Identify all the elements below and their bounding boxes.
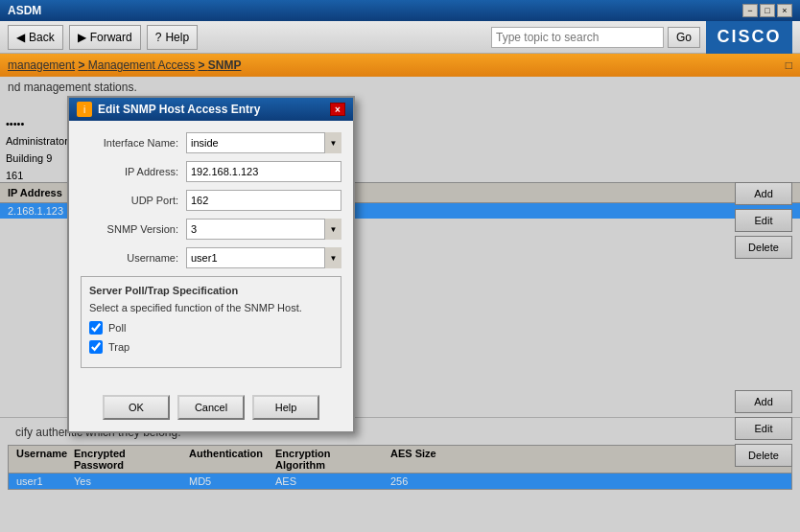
dialog-title-bar: i Edit SNMP Host Access Entry × bbox=[69, 98, 353, 121]
search-input[interactable] bbox=[491, 27, 664, 48]
forward-label: Forward bbox=[90, 31, 132, 44]
username-select-wrapper: user1 ▼ bbox=[186, 247, 341, 268]
interface-name-row: Interface Name: inside ▼ bbox=[81, 132, 341, 153]
breadcrumb-management[interactable]: management bbox=[8, 58, 75, 72]
snmp-version-select-wrapper: 3 1 2c ▼ bbox=[186, 219, 341, 240]
username-label: Username: bbox=[81, 252, 186, 264]
cisco-logo: CISCO bbox=[706, 21, 792, 54]
search-area: Go bbox=[491, 27, 700, 48]
cancel-button[interactable]: Cancel bbox=[177, 395, 245, 420]
dialog-title: Edit SNMP Host Access Entry bbox=[98, 103, 260, 116]
forward-button[interactable]: ▶ Forward bbox=[69, 25, 141, 50]
group-title: Server Poll/Trap Specification bbox=[89, 285, 333, 296]
toolbar: ◀ Back ▶ Forward ? Help Go CISCO bbox=[0, 21, 800, 54]
snmp-version-row: SNMP Version: 3 1 2c ▼ bbox=[81, 219, 341, 240]
dialog-help-button[interactable]: Help bbox=[252, 395, 319, 420]
breadcrumb-snmp: SNMP bbox=[208, 58, 242, 72]
ip-address-input[interactable] bbox=[186, 161, 341, 182]
interface-name-select-wrapper: inside ▼ bbox=[186, 132, 341, 153]
poll-trap-group: Server Poll/Trap Specification Select a … bbox=[81, 276, 341, 368]
help-button[interactable]: ? Help bbox=[147, 25, 198, 50]
ip-address-row: IP Address: bbox=[81, 161, 341, 182]
edit-snmp-dialog: i Edit SNMP Host Access Entry × Interfac… bbox=[67, 96, 355, 433]
go-button[interactable]: Go bbox=[668, 27, 700, 48]
poll-checkbox-row: Poll bbox=[89, 321, 333, 335]
dialog-icon: i bbox=[77, 102, 92, 117]
back-label: Back bbox=[29, 31, 55, 44]
trap-checkbox[interactable] bbox=[89, 340, 103, 354]
ip-address-label: IP Address: bbox=[81, 166, 186, 177]
udp-port-label: UDP Port: bbox=[81, 195, 186, 206]
forward-icon: ▶ bbox=[78, 31, 86, 44]
breadcrumb-access[interactable]: Management Access bbox=[88, 58, 195, 72]
minimize-button[interactable]: − bbox=[742, 4, 758, 17]
trap-label: Trap bbox=[108, 341, 129, 353]
dialog-footer: OK Cancel Help bbox=[69, 387, 353, 431]
window-controls: − □ × bbox=[742, 4, 792, 17]
dialog-close-button[interactable]: × bbox=[330, 103, 345, 116]
snmp-version-select[interactable]: 3 1 2c bbox=[186, 219, 341, 240]
breadcrumb-bar: management > Management Access > SNMP □ bbox=[0, 54, 800, 77]
interface-name-label: Interface Name: bbox=[81, 137, 186, 149]
poll-label: Poll bbox=[108, 322, 126, 334]
close-button[interactable]: × bbox=[777, 4, 792, 17]
title-bar: ASDM − □ × bbox=[0, 0, 800, 21]
interface-name-select[interactable]: inside bbox=[186, 132, 341, 153]
group-description: Select a specified function of the SNMP … bbox=[89, 302, 333, 313]
breadcrumb: management > Management Access > SNMP bbox=[8, 58, 242, 72]
app-title: ASDM bbox=[8, 4, 41, 17]
udp-port-row: UDP Port: bbox=[81, 190, 341, 211]
maximize-icon[interactable]: □ bbox=[786, 58, 792, 72]
username-row: Username: user1 ▼ bbox=[81, 247, 341, 268]
main-content: nd management stations. ••••• Administra… bbox=[0, 77, 800, 532]
back-button[interactable]: ◀ Back bbox=[8, 25, 63, 50]
trap-checkbox-row: Trap bbox=[89, 340, 333, 354]
help-icon: ? bbox=[155, 31, 162, 44]
modal-overlay: i Edit SNMP Host Access Entry × Interfac… bbox=[0, 77, 800, 532]
snmp-version-label: SNMP Version: bbox=[81, 223, 186, 235]
udp-port-input[interactable] bbox=[186, 190, 341, 211]
dialog-body: Interface Name: inside ▼ IP Address: UDP bbox=[69, 121, 353, 387]
back-icon: ◀ bbox=[16, 31, 25, 44]
username-select[interactable]: user1 bbox=[186, 247, 341, 268]
poll-checkbox[interactable] bbox=[89, 321, 103, 335]
maximize-button[interactable]: □ bbox=[760, 4, 775, 17]
ok-button[interactable]: OK bbox=[103, 395, 170, 420]
help-label: Help bbox=[165, 31, 189, 44]
